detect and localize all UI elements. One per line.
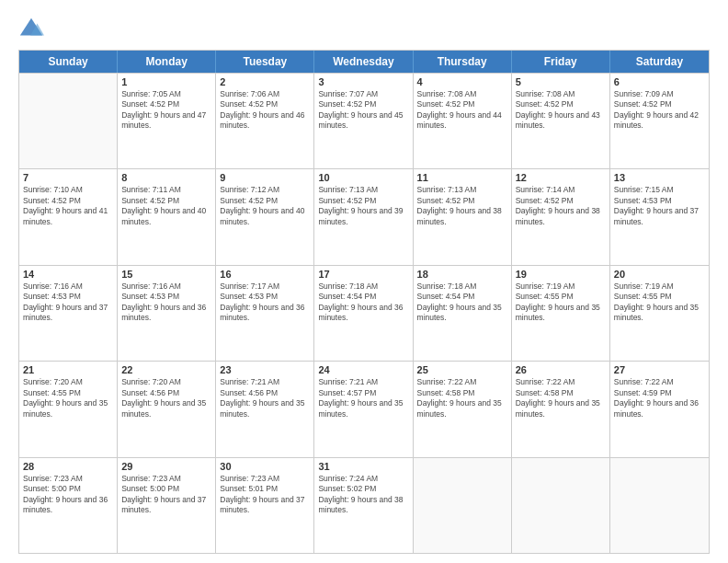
day-info-9: Sunrise: 7:12 AMSunset: 4:52 PMDaylight:…: [220, 185, 310, 227]
day-cell-22: 22Sunrise: 7:20 AMSunset: 4:56 PMDayligh…: [118, 362, 216, 456]
day-info-25: Sunrise: 7:22 AMSunset: 4:58 PMDaylight:…: [417, 377, 507, 419]
day-number-11: 11: [417, 172, 507, 183]
day-number-27: 27: [614, 364, 705, 375]
day-number-21: 21: [23, 364, 113, 375]
day-number-15: 15: [121, 269, 211, 280]
header-day-tuesday: Tuesday: [216, 51, 314, 73]
day-cell-5: 5Sunrise: 7:08 AMSunset: 4:52 PMDaylight…: [512, 74, 610, 168]
day-info-24: Sunrise: 7:21 AMSunset: 4:57 PMDaylight:…: [318, 377, 408, 419]
day-number-4: 4: [417, 76, 507, 87]
day-cell-20: 20Sunrise: 7:19 AMSunset: 4:55 PMDayligh…: [610, 266, 709, 361]
day-info-2: Sunrise: 7:06 AMSunset: 4:52 PMDaylight:…: [220, 89, 310, 132]
day-info-26: Sunrise: 7:22 AMSunset: 4:58 PMDaylight:…: [516, 377, 606, 419]
empty-cell-4-4: [414, 458, 512, 553]
day-info-15: Sunrise: 7:16 AMSunset: 4:53 PMDaylight:…: [121, 282, 211, 324]
day-info-17: Sunrise: 7:18 AMSunset: 4:54 PMDaylight:…: [318, 282, 408, 324]
day-number-26: 26: [516, 364, 606, 375]
header-day-saturday: Saturday: [610, 51, 709, 73]
day-cell-6: 6Sunrise: 7:09 AMSunset: 4:52 PMDaylight…: [610, 74, 709, 168]
day-number-8: 8: [121, 172, 211, 183]
day-number-29: 29: [121, 461, 211, 472]
day-number-22: 22: [121, 364, 211, 375]
day-number-6: 6: [614, 76, 705, 87]
day-info-30: Sunrise: 7:23 AMSunset: 5:01 PMDaylight:…: [220, 474, 310, 516]
day-info-5: Sunrise: 7:08 AMSunset: 4:52 PMDaylight:…: [516, 89, 606, 132]
logo-icon: [18, 17, 44, 42]
day-info-8: Sunrise: 7:11 AMSunset: 4:52 PMDaylight:…: [121, 185, 211, 227]
day-number-24: 24: [318, 364, 408, 375]
day-cell-31: 31Sunrise: 7:24 AMSunset: 5:02 PMDayligh…: [314, 458, 413, 553]
day-number-7: 7: [23, 172, 113, 183]
logo: [18, 17, 48, 42]
day-info-23: Sunrise: 7:21 AMSunset: 4:56 PMDaylight:…: [220, 377, 310, 419]
day-cell-25: 25Sunrise: 7:22 AMSunset: 4:58 PMDayligh…: [414, 362, 512, 456]
day-cell-23: 23Sunrise: 7:21 AMSunset: 4:56 PMDayligh…: [216, 362, 314, 456]
day-number-16: 16: [220, 269, 310, 280]
page: SundayMondayTuesdayWednesdayThursdayFrid…: [0, 0, 728, 563]
day-number-30: 30: [220, 461, 310, 472]
day-info-21: Sunrise: 7:20 AMSunset: 4:55 PMDaylight:…: [23, 377, 113, 419]
day-info-7: Sunrise: 7:10 AMSunset: 4:52 PMDaylight:…: [23, 185, 113, 227]
day-cell-9: 9Sunrise: 7:12 AMSunset: 4:52 PMDaylight…: [216, 169, 314, 264]
empty-cell-0-0: [19, 74, 118, 168]
day-number-2: 2: [220, 76, 310, 87]
day-info-27: Sunrise: 7:22 AMSunset: 4:59 PMDaylight:…: [614, 377, 705, 419]
calendar-row-3: 14Sunrise: 7:16 AMSunset: 4:53 PMDayligh…: [19, 265, 709, 361]
day-cell-18: 18Sunrise: 7:18 AMSunset: 4:54 PMDayligh…: [414, 266, 512, 361]
day-info-18: Sunrise: 7:18 AMSunset: 4:54 PMDaylight:…: [417, 282, 507, 324]
day-info-28: Sunrise: 7:23 AMSunset: 5:00 PMDaylight:…: [23, 474, 113, 516]
day-cell-28: 28Sunrise: 7:23 AMSunset: 5:00 PMDayligh…: [19, 458, 118, 553]
day-info-10: Sunrise: 7:13 AMSunset: 4:52 PMDaylight:…: [318, 185, 408, 227]
day-cell-4: 4Sunrise: 7:08 AMSunset: 4:52 PMDaylight…: [414, 74, 512, 168]
day-info-6: Sunrise: 7:09 AMSunset: 4:52 PMDaylight:…: [614, 89, 705, 132]
day-cell-16: 16Sunrise: 7:17 AMSunset: 4:53 PMDayligh…: [216, 266, 314, 361]
day-cell-3: 3Sunrise: 7:07 AMSunset: 4:52 PMDaylight…: [314, 74, 413, 168]
day-number-13: 13: [614, 172, 705, 183]
day-info-29: Sunrise: 7:23 AMSunset: 5:00 PMDaylight:…: [121, 474, 211, 516]
header: [18, 17, 710, 42]
calendar-row-2: 7Sunrise: 7:10 AMSunset: 4:52 PMDaylight…: [19, 168, 709, 264]
day-info-3: Sunrise: 7:07 AMSunset: 4:52 PMDaylight:…: [318, 89, 408, 132]
day-cell-13: 13Sunrise: 7:15 AMSunset: 4:53 PMDayligh…: [610, 169, 709, 264]
header-day-wednesday: Wednesday: [314, 51, 413, 73]
day-cell-8: 8Sunrise: 7:11 AMSunset: 4:52 PMDaylight…: [118, 169, 216, 264]
day-number-17: 17: [318, 269, 408, 280]
day-number-31: 31: [318, 461, 408, 472]
header-day-monday: Monday: [118, 51, 216, 73]
day-info-1: Sunrise: 7:05 AMSunset: 4:52 PMDaylight:…: [121, 89, 211, 132]
calendar-row-5: 28Sunrise: 7:23 AMSunset: 5:00 PMDayligh…: [19, 457, 709, 553]
day-number-9: 9: [220, 172, 310, 183]
day-number-5: 5: [516, 76, 606, 87]
day-number-3: 3: [318, 76, 408, 87]
day-info-12: Sunrise: 7:14 AMSunset: 4:52 PMDaylight:…: [516, 185, 606, 227]
day-info-4: Sunrise: 7:08 AMSunset: 4:52 PMDaylight:…: [417, 89, 507, 132]
day-number-18: 18: [417, 269, 507, 280]
day-cell-21: 21Sunrise: 7:20 AMSunset: 4:55 PMDayligh…: [19, 362, 118, 456]
day-cell-24: 24Sunrise: 7:21 AMSunset: 4:57 PMDayligh…: [314, 362, 413, 456]
day-info-16: Sunrise: 7:17 AMSunset: 4:53 PMDaylight:…: [220, 282, 310, 324]
day-cell-14: 14Sunrise: 7:16 AMSunset: 4:53 PMDayligh…: [19, 266, 118, 361]
day-number-1: 1: [121, 76, 211, 87]
day-info-31: Sunrise: 7:24 AMSunset: 5:02 PMDaylight:…: [318, 474, 408, 516]
day-number-28: 28: [23, 461, 113, 472]
day-number-20: 20: [614, 269, 705, 280]
calendar-header: SundayMondayTuesdayWednesdayThursdayFrid…: [19, 51, 709, 73]
day-cell-17: 17Sunrise: 7:18 AMSunset: 4:54 PMDayligh…: [314, 266, 413, 361]
day-cell-19: 19Sunrise: 7:19 AMSunset: 4:55 PMDayligh…: [512, 266, 610, 361]
day-cell-26: 26Sunrise: 7:22 AMSunset: 4:58 PMDayligh…: [512, 362, 610, 456]
day-info-14: Sunrise: 7:16 AMSunset: 4:53 PMDaylight:…: [23, 282, 113, 324]
calendar-row-1: 1Sunrise: 7:05 AMSunset: 4:52 PMDaylight…: [19, 73, 709, 168]
calendar: SundayMondayTuesdayWednesdayThursdayFrid…: [18, 50, 710, 554]
day-cell-7: 7Sunrise: 7:10 AMSunset: 4:52 PMDaylight…: [19, 169, 118, 264]
day-number-23: 23: [220, 364, 310, 375]
day-cell-30: 30Sunrise: 7:23 AMSunset: 5:01 PMDayligh…: [216, 458, 314, 553]
day-info-13: Sunrise: 7:15 AMSunset: 4:53 PMDaylight:…: [614, 185, 705, 227]
day-cell-2: 2Sunrise: 7:06 AMSunset: 4:52 PMDaylight…: [216, 74, 314, 168]
empty-cell-4-6: [610, 458, 709, 553]
day-cell-10: 10Sunrise: 7:13 AMSunset: 4:52 PMDayligh…: [314, 169, 413, 264]
header-day-sunday: Sunday: [19, 51, 118, 73]
day-cell-11: 11Sunrise: 7:13 AMSunset: 4:52 PMDayligh…: [414, 169, 512, 264]
day-info-19: Sunrise: 7:19 AMSunset: 4:55 PMDaylight:…: [516, 282, 606, 324]
day-number-19: 19: [516, 269, 606, 280]
day-number-12: 12: [516, 172, 606, 183]
